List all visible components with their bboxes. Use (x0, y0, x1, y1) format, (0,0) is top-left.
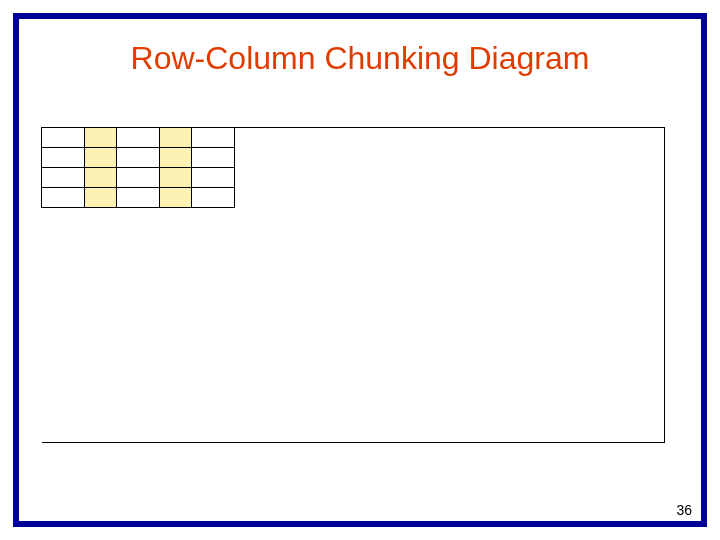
table-row (42, 188, 235, 208)
grid-cell (192, 128, 235, 148)
grid-cell-highlighted (84, 188, 116, 208)
page-number: 36 (676, 502, 692, 518)
grid-cell-highlighted (159, 128, 191, 148)
grid-cell-highlighted (159, 148, 191, 168)
content-box (42, 127, 665, 443)
slide: Row-Column Chunking Diagram (0, 0, 720, 540)
grid-cell (117, 128, 160, 148)
table-row (42, 168, 235, 188)
table-row (42, 148, 235, 168)
grid-cell (117, 168, 160, 188)
slide-title: Row-Column Chunking Diagram (0, 40, 720, 77)
grid-cell (192, 188, 235, 208)
grid-cell-highlighted (159, 168, 191, 188)
chunking-grid (41, 127, 235, 208)
grid-cell (42, 188, 85, 208)
grid-cell (192, 168, 235, 188)
grid-cell-highlighted (84, 128, 116, 148)
table-row (42, 128, 235, 148)
grid-cell-highlighted (84, 168, 116, 188)
grid-cell (42, 128, 85, 148)
grid-cell (42, 148, 85, 168)
grid-cell (117, 188, 160, 208)
grid-cell (117, 148, 160, 168)
grid-cell-highlighted (159, 188, 191, 208)
grid-cell-highlighted (84, 148, 116, 168)
grid-cell (192, 148, 235, 168)
grid-cell (42, 168, 85, 188)
